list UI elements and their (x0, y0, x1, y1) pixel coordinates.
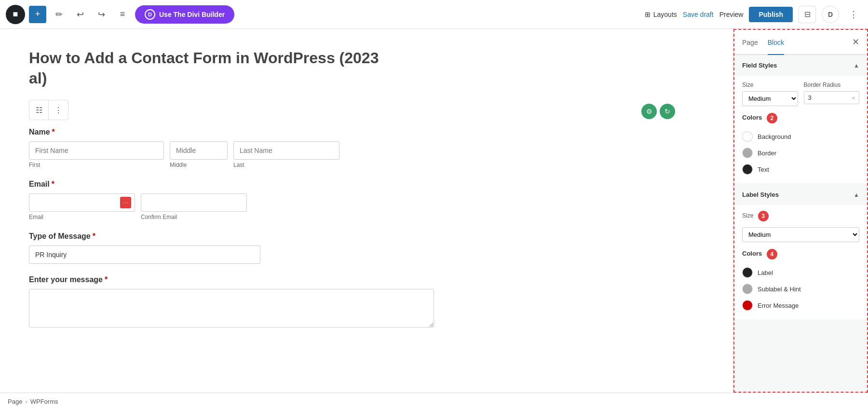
label-size-label: Size 3 (742, 211, 859, 221)
label-size-group: Size 3 Medium (742, 211, 859, 242)
size-label: Size (742, 82, 798, 88)
edit-button[interactable]: ✏ (50, 6, 68, 23)
divi-circle-icon: D (145, 9, 155, 20)
last-name-input[interactable] (233, 141, 339, 160)
label-styles-section: Label Styles ▲ Size 3 Medium (734, 184, 867, 319)
last-name-group: Last (233, 141, 339, 168)
breadcrumb-separator: › (25, 398, 27, 405)
right-panel: Page Block ✕ Field Styles ▲ Size M (733, 29, 868, 393)
divi-builder-button[interactable]: D Use The Divi Builder (135, 5, 234, 24)
panel-close-button[interactable]: ✕ (852, 30, 859, 54)
label-styles-body: Size 3 Medium Colors 4 Labe (734, 205, 867, 319)
more-options-button[interactable]: ⋮ (845, 6, 862, 23)
message-type-select[interactable]: PR Inquiry (29, 246, 260, 264)
undo-button[interactable]: ↩ (71, 6, 89, 23)
block-toolbar: ☷ ⋮ (29, 100, 68, 120)
middle-name-sublabel: Middle (170, 162, 228, 168)
label-color-row: Label (742, 264, 859, 281)
message-required: * (105, 275, 108, 284)
sidebar-icon: ⊟ (804, 10, 811, 19)
sidebar-toggle-button[interactable]: ⊟ (799, 6, 816, 23)
middle-name-input[interactable] (170, 141, 228, 160)
publish-button[interactable]: Publish (749, 7, 793, 22)
error-color-swatch[interactable] (742, 300, 753, 311)
sublabel-color-row: Sublabel & Hint (742, 281, 859, 297)
email-group: ⋯ Email (29, 193, 135, 220)
border-color-row: Border (742, 145, 859, 161)
size-col: Size Medium (742, 82, 798, 106)
block-more-button[interactable]: ⋮ (49, 100, 68, 120)
save-draft-button[interactable]: Save draft (683, 11, 714, 18)
first-name-input[interactable] (29, 141, 164, 160)
name-field-row: First Middle Last (29, 141, 704, 168)
first-name-sublabel: First (29, 162, 164, 168)
sublabel-color-swatch[interactable] (742, 284, 753, 294)
colors-badge-1: 2 (767, 113, 777, 123)
refresh-icon[interactable]: ↻ (660, 104, 675, 119)
border-radius-label: Border Radius (804, 82, 860, 88)
field-styles-header[interactable]: Field Styles ▲ (734, 55, 867, 76)
divi-btn-label: Use The Divi Builder (159, 11, 225, 18)
background-color-label: Background (758, 133, 791, 140)
wp-logo-icon[interactable]: ■ (6, 5, 25, 24)
toolbar-right: ⊞ Layouts Save draft Preview Publish ⊟ D… (645, 6, 862, 23)
size-border-row: Size Medium Border Radius 3 × (742, 82, 859, 106)
message-type-select-wrap: PR Inquiry (29, 246, 260, 264)
field-styles-section: Field Styles ▲ Size Medium Border Ra (734, 55, 867, 183)
text-color-swatch[interactable] (742, 164, 753, 175)
border-radius-input[interactable]: 3 × (804, 91, 860, 104)
border-radius-unit: × (852, 95, 855, 101)
email-icon: ⋯ (120, 197, 131, 208)
border-radius-value: 3 (808, 94, 812, 101)
text-color-row: Text (742, 161, 859, 178)
divi-icon: D (828, 11, 833, 18)
layouts-button[interactable]: ⊞ Layouts (645, 11, 677, 18)
size-select[interactable]: Medium (742, 91, 798, 106)
message-type-section: Type of Message * PR Inquiry (29, 232, 704, 264)
field-styles-label: Field Styles (742, 62, 777, 69)
right-panel-border: Page Block ✕ Field Styles ▲ Size M (733, 29, 868, 393)
page-title: How to Add a Contact Form in WordPress (… (29, 48, 704, 88)
colors-badge-4: 4 (767, 249, 777, 260)
add-block-button[interactable]: + (29, 6, 46, 23)
main-toolbar: ■ + ✏ ↩ ↪ ≡ D Use The Divi Builder ⊞ Lay… (0, 0, 868, 29)
border-radius-col: Border Radius 3 × (804, 82, 860, 104)
email-input-wrap: ⋯ (29, 193, 135, 212)
confirm-email-input[interactable] (141, 193, 247, 212)
form-action-icons: ⚙ ↻ (641, 104, 675, 119)
list-view-button[interactable]: ≡ (114, 6, 131, 23)
label-colors-label: Colors 4 (742, 249, 859, 260)
email-required: * (52, 180, 54, 189)
divi-settings-button[interactable]: D (822, 6, 839, 23)
field-colors-label: Colors 2 (742, 113, 859, 123)
error-color-row: Error Message (742, 297, 859, 314)
panel-tabs: Page Block ✕ (734, 30, 867, 55)
type-required: * (93, 232, 95, 241)
label-styles-header[interactable]: Label Styles ▲ (734, 184, 867, 205)
middle-name-group: Middle (170, 141, 228, 168)
redo-button[interactable]: ↪ (93, 6, 110, 23)
background-color-row: Background (742, 128, 859, 145)
layouts-icon: ⊞ (645, 11, 651, 18)
label-size-select[interactable]: Medium (742, 227, 859, 242)
message-textarea[interactable] (29, 289, 434, 328)
tab-page[interactable]: Page (742, 30, 758, 55)
background-color-swatch[interactable] (742, 131, 753, 142)
label-color-swatch[interactable] (742, 267, 753, 278)
block-type-button[interactable]: ☷ (29, 100, 49, 120)
settings-icon[interactable]: ⚙ (641, 104, 657, 119)
preview-button[interactable]: Preview (719, 11, 744, 18)
name-field-section: Name * First Middle Last (29, 128, 704, 168)
email-field-section: Email * ⋯ Email Confirm Email (29, 180, 704, 220)
confirm-email-sublabel: Confirm Email (141, 214, 247, 220)
layouts-label: Layouts (653, 11, 677, 18)
breadcrumb-page[interactable]: Page (8, 398, 22, 405)
border-color-swatch[interactable] (742, 148, 753, 158)
sublabel-color-label: Sublabel & Hint (758, 286, 801, 293)
content-area: How to Add a Contact Form in WordPress (… (0, 29, 733, 393)
message-section: Enter your message * (29, 275, 704, 329)
tab-block[interactable]: Block (768, 30, 784, 55)
email-input[interactable] (29, 193, 135, 212)
confirm-email-group: Confirm Email (141, 193, 247, 220)
last-name-sublabel: Last (233, 162, 339, 168)
